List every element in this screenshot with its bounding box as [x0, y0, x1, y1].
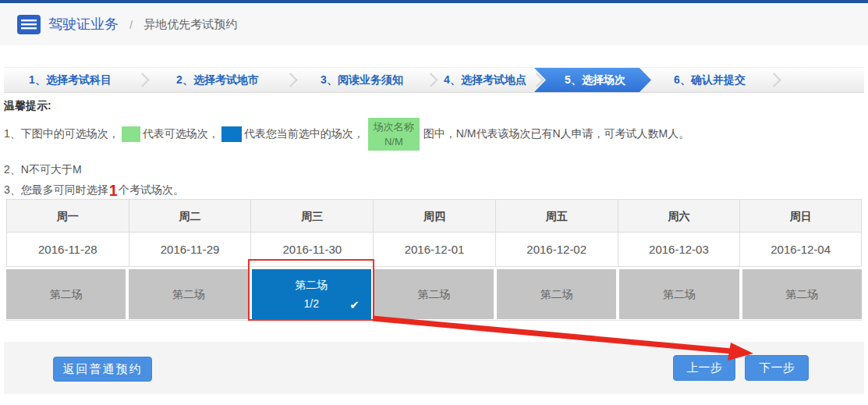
session-label: 第二场 [295, 279, 328, 293]
breadcrumb-current: 异地优先考试预约 [143, 17, 237, 32]
weekday-header: 周五 [495, 199, 618, 233]
step-wizard-bar: 1、选择考试科目 2、选择考试地市 3、阅读业务须知 4、选择考试地点 5、选择… [4, 67, 864, 93]
session-cell[interactable]: 第二场 [497, 269, 616, 319]
legend-sample-cell: 场次名称 N/M [368, 118, 420, 151]
step-tab-4[interactable]: 4、选择考试地点 [439, 68, 531, 92]
legend-selected-swatch [221, 126, 242, 142]
tabbar-filler [782, 68, 864, 92]
tip-1-text-b: 代表可选场次， [143, 127, 219, 141]
date-row: 2016-11-28 2016-11-29 2016-11-30 2016-12… [6, 233, 862, 267]
page-header: 驾驶证业务 / 异地优先考试预约 [0, 3, 868, 45]
tip-3-text-b: 个考试场次。 [119, 183, 184, 197]
date-cell: 2016-12-02 [495, 233, 618, 267]
date-cell: 2016-11-28 [6, 233, 129, 267]
session-cell[interactable]: 第二场 [6, 269, 126, 319]
step-tab-5-active[interactable]: 5、选择场次 [534, 68, 651, 92]
tips-heading: 温馨提示: [4, 99, 864, 115]
step-tab-2[interactable]: 2、选择考试地市 [151, 68, 285, 92]
breadcrumb-section[interactable]: 驾驶证业务 [48, 15, 119, 34]
weekday-header: 周二 [129, 199, 251, 233]
session-cell[interactable]: 第二场 [742, 269, 862, 319]
tip-line-1: 1、下图中的可选场次， 代表可选场次， 代表您当前选中的场次， 场次名称 N/M… [4, 116, 864, 152]
prev-step-button[interactable]: 上一步 [673, 355, 735, 381]
next-step-button[interactable]: 下一步 [745, 355, 809, 381]
date-cell: 2016-12-01 [373, 233, 495, 267]
max-select-count: 1 [109, 183, 118, 198]
tip-1-text-a: 1、下图中的可选场次， [4, 127, 119, 141]
tip-line-2: 2、N不可大于M [4, 163, 864, 176]
check-icon: ✔ [349, 298, 360, 312]
list-icon [17, 15, 41, 34]
weekday-header: 周三 [250, 199, 373, 233]
footer-bar: 返回普通预约 上一步 下一步 [4, 342, 864, 394]
schedule-table: 周一 周二 周三 周四 周五 周六 周日 2016-11-28 2016-11-… [6, 199, 862, 321]
date-cell: 2016-12-03 [618, 233, 740, 267]
step-tab-6[interactable]: 6、确认并提交 [651, 68, 768, 92]
session-cell-selected[interactable]: 第二场 1/2 ✔ [252, 269, 371, 319]
date-cell: 2016-11-30 [250, 233, 373, 267]
chevron-right-icon [425, 68, 439, 92]
date-cell: 2016-12-04 [739, 233, 862, 267]
tip-line-3: 3、您最多可同时选择 1 个考试场次。 [4, 182, 864, 199]
chevron-right-icon [768, 68, 782, 92]
sample-session-name: 场次名称 [374, 119, 414, 134]
weekday-header: 周六 [618, 199, 740, 233]
chevron-right-icon [136, 68, 151, 92]
date-cell: 2016-11-29 [129, 233, 251, 267]
breadcrumb-separator: / [129, 18, 133, 31]
weekday-header: 周日 [739, 199, 862, 233]
tip-1-text-c: 代表您当前选中的场次， [244, 127, 364, 141]
session-row: 第二场 第二场 第二场 1/2 ✔ 第二场 第二场 第二场 第二场 [6, 269, 862, 321]
weekday-header: 周四 [373, 199, 495, 233]
chevron-right-icon [285, 68, 299, 92]
back-to-normal-booking-button[interactable]: 返回普通预约 [53, 357, 152, 382]
weekday-header-row: 周一 周二 周三 周四 周五 周六 周日 [6, 199, 862, 233]
tips-section: 温馨提示: 1、下图中的可选场次， 代表可选场次， 代表您当前选中的场次， 场次… [4, 99, 864, 199]
sample-session-ratio: N/M [384, 134, 403, 149]
weekday-header: 周一 [6, 199, 129, 233]
step-tab-1[interactable]: 1、选择考试科目 [4, 68, 136, 92]
session-cell[interactable]: 第二场 [619, 269, 739, 319]
step-tab-3[interactable]: 3、阅读业务须知 [299, 68, 425, 92]
tip-3-text-a: 3、您最多可同时选择 [4, 183, 108, 197]
legend-available-swatch [122, 126, 140, 142]
tip-1-text-d: 图中，N/M代表该场次已有N人申请，可考试人数M人。 [423, 127, 689, 141]
session-ratio: 1/2 [303, 297, 318, 310]
session-cell[interactable]: 第二场 [129, 269, 248, 319]
session-cell[interactable]: 第二场 [374, 269, 494, 319]
